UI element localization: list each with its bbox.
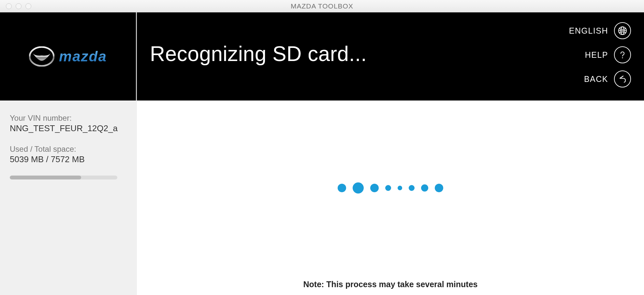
help-label: HELP xyxy=(585,50,608,60)
main-body: Note: This process may take several minu… xyxy=(137,101,644,295)
main-header: Recognizing SD card... ENGLISH xyxy=(137,12,644,101)
back-button[interactable]: BACK xyxy=(584,70,631,87)
loader-dot xyxy=(398,186,402,190)
svg-point-4 xyxy=(622,57,623,58)
zoom-window-button[interactable] xyxy=(25,3,31,9)
window-controls xyxy=(0,3,31,9)
top-actions: ENGLISH HELP xyxy=(569,22,631,87)
loader-dot xyxy=(370,184,379,192)
vin-label: Your VIN number: xyxy=(10,114,127,123)
language-button[interactable]: ENGLISH xyxy=(569,22,631,39)
loader-dot xyxy=(353,182,364,194)
back-arrow-icon xyxy=(614,70,631,87)
mazda-emblem-icon xyxy=(29,46,54,67)
globe-icon xyxy=(614,22,631,39)
language-label: ENGLISH xyxy=(569,26,608,36)
close-window-button[interactable] xyxy=(6,3,12,9)
minimize-window-button[interactable] xyxy=(16,3,22,9)
sidebar-header: mazda xyxy=(0,12,137,101)
loader-dot xyxy=(435,184,443,192)
page-title: Recognizing SD card... xyxy=(150,42,367,66)
app-container: mazda Your VIN number: NNG_TEST_FEUR_12Q… xyxy=(0,12,644,295)
storage-progress xyxy=(10,176,117,179)
vin-value: NNG_TEST_FEUR_12Q2_a xyxy=(10,123,127,133)
question-icon xyxy=(614,46,631,63)
sidebar: mazda Your VIN number: NNG_TEST_FEUR_12Q… xyxy=(0,12,137,295)
main: Recognizing SD card... ENGLISH xyxy=(137,12,644,295)
back-label: BACK xyxy=(584,74,608,84)
loader-dot xyxy=(385,185,391,191)
process-note: Note: This process may take several minu… xyxy=(137,280,644,289)
loader-dot xyxy=(338,184,346,192)
window-titlebar: MAZDA TOOLBOX xyxy=(0,0,644,12)
brand-logo: mazda xyxy=(29,46,107,67)
sidebar-body: Your VIN number: NNG_TEST_FEUR_12Q2_a Us… xyxy=(0,101,137,295)
space-value: 5039 MB / 7572 MB xyxy=(10,154,127,164)
storage-progress-fill xyxy=(10,176,81,179)
help-button[interactable]: HELP xyxy=(585,46,631,63)
brand-wordmark: mazda xyxy=(59,48,107,65)
loader-dot xyxy=(421,184,428,192)
window-title: MAZDA TOOLBOX xyxy=(0,2,644,10)
space-label: Used / Total space: xyxy=(10,145,127,154)
loading-indicator xyxy=(338,182,443,194)
loader-dot xyxy=(409,185,415,191)
